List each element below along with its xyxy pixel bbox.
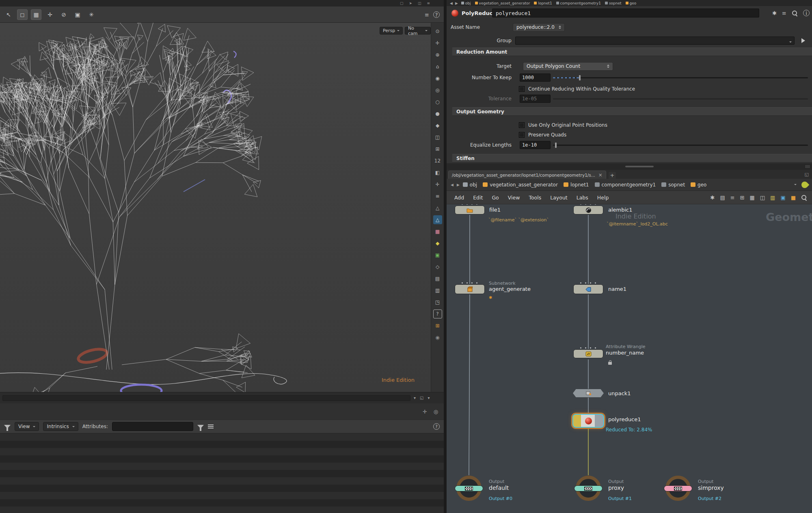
flat-shade-icon[interactable]: ◇ bbox=[433, 262, 442, 271]
search-icon[interactable] bbox=[801, 195, 807, 201]
playbar-field[interactable] bbox=[2, 395, 410, 401]
help-icon[interactable]: ? bbox=[433, 310, 442, 318]
list-view-icon[interactable]: ▤ bbox=[720, 195, 725, 201]
leaf-badge-icon[interactable] bbox=[800, 180, 810, 189]
node-output-proxy[interactable] bbox=[576, 476, 601, 501]
pane-splitter[interactable] bbox=[447, 163, 812, 170]
preserve-quads-checkbox[interactable] bbox=[519, 132, 525, 138]
crumb-lopnet1[interactable]: lopnet1 bbox=[564, 182, 589, 188]
view-dropdown[interactable]: View bbox=[15, 422, 39, 431]
two-viewport-icon[interactable]: ◫ bbox=[433, 133, 442, 142]
zoom-tool-icon[interactable]: ⊕ bbox=[433, 50, 442, 59]
points-display-icon[interactable]: △ bbox=[433, 215, 442, 224]
bar-menu-icon[interactable]: ▾ bbox=[428, 396, 430, 400]
handle-tool-icon[interactable]: ✛ bbox=[45, 9, 55, 20]
color-grid-icon[interactable]: ⊞ bbox=[433, 321, 442, 330]
node-flag-icon[interactable]: ✱ bbox=[489, 295, 492, 300]
pan-tool-icon[interactable]: ✛ bbox=[433, 39, 442, 48]
snap-disabled-icon[interactable]: ⊘ bbox=[58, 9, 69, 20]
help-icon[interactable]: ? bbox=[433, 423, 440, 430]
path-componentgeometry1[interactable]: componentgeometry1 bbox=[556, 1, 601, 5]
crumb-geo[interactable]: geo bbox=[691, 182, 706, 188]
attributes-input[interactable] bbox=[112, 422, 193, 431]
crumb-obj[interactable]: obj bbox=[463, 182, 477, 188]
equalize-lengths-input[interactable] bbox=[520, 141, 551, 149]
close-icon[interactable]: × bbox=[598, 172, 603, 178]
menu-item[interactable]: Labs bbox=[572, 195, 593, 201]
pane-layout-icon[interactable]: ◫ bbox=[418, 1, 421, 5]
frame-selected-icon[interactable]: ◉ bbox=[433, 74, 442, 83]
pin-icon[interactable]: ➤ bbox=[409, 1, 412, 5]
node-name-input[interactable] bbox=[492, 9, 759, 17]
node-name1[interactable] bbox=[573, 284, 603, 294]
menu-item[interactable]: Edit bbox=[469, 195, 487, 201]
info-icon[interactable]: i bbox=[803, 10, 810, 16]
menu-item[interactable]: Add bbox=[450, 195, 469, 201]
geometry-spreadsheet-rows[interactable] bbox=[0, 433, 444, 513]
node-polyreduce1-selected[interactable] bbox=[572, 414, 604, 428]
node-output-simproxy[interactable] bbox=[665, 476, 691, 501]
group-field[interactable] bbox=[515, 37, 795, 45]
ruler-icon[interactable]: ≡ bbox=[433, 192, 442, 201]
number-to-keep-slider[interactable] bbox=[553, 74, 808, 82]
eye-icon[interactable]: ◉ bbox=[433, 333, 442, 342]
node-number-name[interactable] bbox=[573, 349, 603, 358]
outline-icon[interactable]: ≡ bbox=[730, 195, 735, 201]
frame-number-icon[interactable]: 12 bbox=[433, 156, 442, 165]
normals-icon[interactable]: △ bbox=[433, 203, 442, 212]
node-file1[interactable] bbox=[455, 206, 485, 214]
target-dropdown[interactable]: Output Polygon Count bbox=[523, 62, 613, 71]
pane-split-icon[interactable]: ◱ bbox=[420, 396, 423, 400]
node-unpack1[interactable] bbox=[573, 389, 604, 397]
tools-icon[interactable]: ✱ bbox=[710, 195, 715, 201]
original-points-checkbox[interactable] bbox=[519, 122, 525, 128]
path-sopnet[interactable]: sopnet bbox=[605, 1, 622, 5]
axis-icon[interactable]: ✛ bbox=[433, 180, 442, 189]
select-visible-icon[interactable]: ◎ bbox=[433, 86, 442, 95]
display-options-icon[interactable]: ✳ bbox=[86, 9, 97, 20]
section-output-geometry[interactable]: Output Geometry bbox=[452, 107, 812, 116]
group-action-icon[interactable] bbox=[801, 38, 808, 43]
crumb-sopnet[interactable]: sopnet bbox=[661, 182, 685, 188]
stowbar-icon[interactable]: ≡ bbox=[425, 12, 429, 18]
splitter-endbox[interactable] bbox=[805, 165, 810, 169]
network-box-icon[interactable]: ■ bbox=[791, 195, 796, 201]
shade-mode-icon[interactable]: ▣ bbox=[72, 9, 83, 20]
network-canvas[interactable]: Indie Edition Geometr file1 `@filename` … bbox=[447, 204, 812, 513]
forward-icon[interactable]: ▶ bbox=[455, 1, 458, 5]
pointer-snap-icon[interactable]: ✛ bbox=[423, 409, 427, 415]
section-stiffen[interactable]: Stiffen bbox=[452, 154, 812, 162]
menu-item[interactable]: Go bbox=[487, 195, 503, 201]
select-arrow-icon[interactable]: ↖ bbox=[3, 9, 14, 20]
new-tab-button[interactable]: + bbox=[609, 172, 616, 179]
node-alembic1[interactable] bbox=[573, 206, 603, 214]
tolerance-slider[interactable] bbox=[553, 95, 808, 103]
secure-selection-icon[interactable]: ◻ bbox=[17, 9, 28, 20]
mirror-icon[interactable]: ◧ bbox=[433, 168, 442, 177]
menu-item[interactable]: Layout bbox=[546, 195, 572, 201]
image-plane-icon[interactable]: ▥ bbox=[433, 286, 442, 295]
material-icon[interactable]: ◆ bbox=[433, 121, 442, 130]
uv-display-icon[interactable]: ▦ bbox=[433, 227, 442, 236]
pane-divider[interactable] bbox=[444, 0, 447, 513]
equalize-lengths-slider[interactable] bbox=[553, 141, 808, 149]
crumb-vegetation-asset-generator[interactable]: vegetation_asset_generator bbox=[483, 182, 558, 188]
grid-icon[interactable]: ⊞ bbox=[740, 195, 745, 201]
section-reduction-amount[interactable]: Reduction Amount bbox=[452, 48, 812, 56]
notes-icon[interactable]: ▥ bbox=[770, 195, 775, 201]
snap-grid-icon[interactable]: ⊞ bbox=[433, 145, 442, 154]
path-lopnet1[interactable]: lopnet1 bbox=[534, 1, 552, 5]
snapshot-icon[interactable]: ◳ bbox=[433, 298, 442, 307]
lamp-icon[interactable]: ○ bbox=[433, 97, 442, 106]
expand-chevron-icon[interactable]: ▾ bbox=[414, 396, 416, 400]
wireframe-gold-icon[interactable]: ◆ bbox=[433, 239, 442, 248]
camera-icon[interactable]: ▢ bbox=[400, 1, 404, 5]
filter-icon[interactable] bbox=[4, 425, 11, 429]
path-vegetation-asset-generator[interactable]: vegetation_asset_generator bbox=[475, 1, 530, 5]
back-icon[interactable]: ◀ bbox=[451, 183, 454, 187]
shadow-icon[interactable]: ● bbox=[433, 109, 442, 118]
chevron-down-icon[interactable] bbox=[794, 184, 797, 186]
quality-checkbox[interactable] bbox=[519, 86, 525, 92]
pane-split-icon[interactable]: ◱ bbox=[805, 172, 809, 177]
color-palette-icon[interactable]: ▣ bbox=[780, 195, 785, 201]
